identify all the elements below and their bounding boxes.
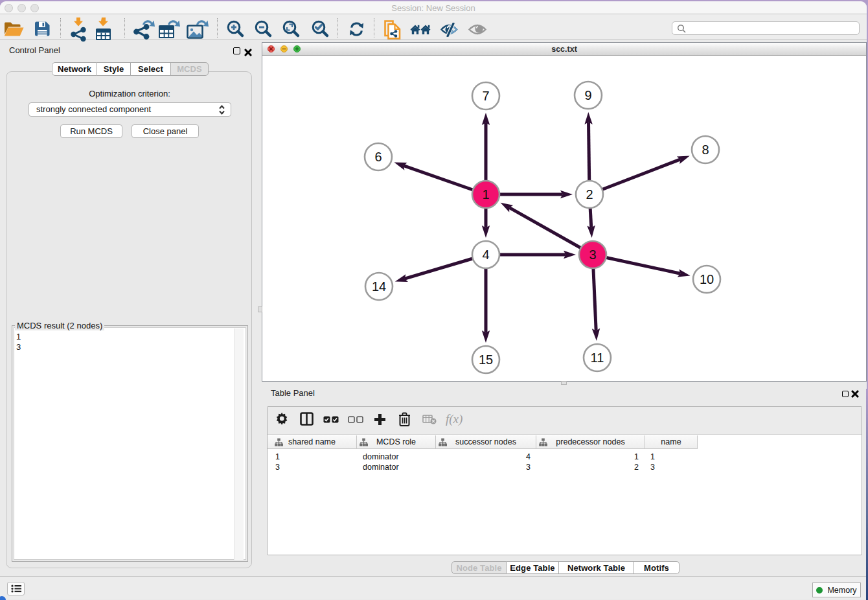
- svg-text:6: 6: [374, 150, 382, 164]
- svg-text:8: 8: [702, 143, 709, 157]
- svg-text:10: 10: [700, 272, 714, 286]
- svg-text:14: 14: [372, 279, 386, 294]
- svg-text:9: 9: [584, 88, 591, 102]
- svg-text:15: 15: [479, 352, 493, 367]
- svg-text:2: 2: [586, 187, 593, 202]
- svg-text:4: 4: [482, 248, 489, 262]
- svg-text:1: 1: [482, 187, 489, 202]
- svg-text:3: 3: [589, 248, 596, 262]
- svg-text:7: 7: [482, 89, 489, 103]
- svg-text:11: 11: [591, 351, 604, 365]
